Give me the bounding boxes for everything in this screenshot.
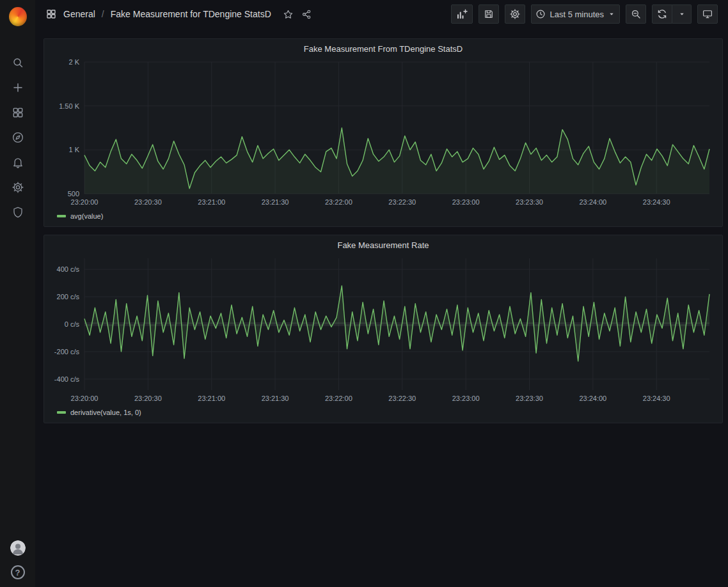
star-icon	[283, 9, 294, 20]
svg-text:23:22:00: 23:22:00	[325, 198, 352, 206]
help-icon: ?	[15, 568, 20, 577]
gear-icon	[509, 8, 521, 20]
sidebar-item-explore[interactable]	[5, 125, 31, 150]
top-navbar: General / Fake Measurement for TDengine …	[35, 0, 728, 28]
save-dashboard-button[interactable]	[479, 4, 499, 24]
sidebar-item-create[interactable]	[5, 75, 31, 100]
svg-text:23:20:30: 23:20:30	[134, 395, 162, 402]
avatar-icon	[10, 540, 26, 556]
explore-compass-icon	[12, 131, 24, 144]
svg-text:23:22:30: 23:22:30	[388, 395, 416, 402]
sidebar-item-search[interactable]	[5, 50, 31, 75]
svg-text:23:22:00: 23:22:00	[325, 395, 352, 402]
panel-fake-measurement-rate: Fake Measurement Rate 23:20:0023:20:3023…	[44, 235, 723, 423]
svg-text:-200 c/s: -200 c/s	[54, 348, 80, 356]
svg-text:23:24:30: 23:24:30	[643, 395, 670, 402]
gear-icon	[12, 181, 24, 194]
svg-text:500: 500	[68, 190, 79, 198]
svg-text:2 K: 2 K	[68, 58, 79, 66]
main-area: General / Fake Measurement for TDengine …	[35, 0, 728, 587]
plus-icon	[12, 81, 24, 94]
svg-text:23:21:00: 23:21:00	[198, 395, 225, 402]
svg-text:23:24:30: 23:24:30	[643, 198, 670, 206]
series-color-swatch	[57, 411, 66, 414]
svg-text:23:23:00: 23:23:00	[452, 198, 480, 206]
svg-text:23:23:00: 23:23:00	[452, 395, 480, 402]
share-dashboard-button[interactable]	[300, 8, 313, 21]
dashboard-settings-button[interactable]	[505, 4, 525, 24]
svg-text:1 K: 1 K	[68, 146, 79, 153]
dashboard-title[interactable]: Fake Measurement for TDengine StatsD	[111, 9, 271, 19]
apps-icon	[44, 7, 58, 21]
panel-title[interactable]: Fake Measurement Rate	[49, 238, 717, 253]
svg-text:23:21:00: 23:21:00	[198, 198, 225, 206]
user-avatar[interactable]	[10, 540, 26, 556]
svg-text:23:20:00: 23:20:00	[71, 395, 99, 402]
monitor-icon	[702, 8, 713, 20]
legend: avg(value)	[49, 210, 717, 222]
svg-text:200 c/s: 200 c/s	[57, 293, 80, 301]
help-button[interactable]: ?	[11, 565, 25, 579]
alerting-bell-icon	[12, 156, 24, 169]
sidebar-item-server-admin[interactable]	[5, 200, 31, 224]
svg-text:23:24:00: 23:24:00	[579, 198, 606, 206]
breadcrumb-section[interactable]: General	[63, 9, 95, 19]
svg-text:400 c/s: 400 c/s	[57, 265, 80, 273]
dashboards-icon	[12, 106, 24, 119]
time-picker[interactable]: Last 5 minutes	[531, 4, 620, 24]
dashboard-grid: Fake Measurement From TDengine StatsD 23…	[35, 28, 728, 436]
share-icon	[301, 9, 312, 20]
svg-text:23:21:30: 23:21:30	[262, 395, 289, 402]
breadcrumb-separator: /	[102, 9, 104, 19]
svg-text:23:23:30: 23:23:30	[516, 395, 543, 402]
zoom-out-icon	[630, 8, 642, 20]
svg-text:23:23:30: 23:23:30	[516, 198, 543, 206]
save-icon	[483, 8, 495, 20]
series-color-swatch	[57, 215, 66, 217]
zoom-out-button[interactable]	[626, 4, 646, 24]
svg-text:23:20:00: 23:20:00	[71, 198, 99, 206]
shield-icon	[12, 206, 24, 219]
time-series-graph-1[interactable]: 23:20:0023:20:3023:21:0023:21:3023:22:00…	[49, 57, 717, 210]
svg-text:0 c/s: 0 c/s	[65, 320, 80, 328]
time-range-label: Last 5 minutes	[550, 10, 604, 19]
sidebar-bottom: ?	[10, 540, 26, 579]
panel-fake-measurement: Fake Measurement From TDengine StatsD 23…	[44, 38, 723, 227]
cycle-view-mode-button[interactable]	[697, 4, 718, 24]
grafana-app: ? General / Fake Measurement for TDengin…	[0, 0, 728, 587]
legend-item-label[interactable]: derivative(value, 1s, 0)	[70, 409, 141, 416]
sidebar-nav	[5, 50, 31, 224]
svg-text:23:24:00: 23:24:00	[579, 395, 606, 402]
svg-text:-400 c/s: -400 c/s	[54, 375, 80, 383]
add-panel-icon	[455, 8, 468, 20]
chevron-down-icon	[678, 10, 686, 18]
grafana-logo[interactable]	[5, 4, 31, 29]
search-icon	[12, 56, 24, 69]
legend: derivative(value, 1s, 0)	[49, 407, 717, 418]
grafana-logo-icon	[9, 7, 27, 26]
time-series-graph-2[interactable]: 23:20:0023:20:3023:21:0023:21:3023:22:00…	[49, 253, 717, 407]
refresh-button-group	[652, 4, 692, 24]
star-dashboard-button[interactable]	[281, 8, 295, 21]
legend-item-label[interactable]: avg(value)	[70, 212, 103, 220]
svg-text:23:22:30: 23:22:30	[388, 198, 416, 206]
svg-text:1.50 K: 1.50 K	[59, 102, 79, 110]
panel-title[interactable]: Fake Measurement From TDengine StatsD	[49, 42, 717, 57]
clock-icon	[535, 9, 546, 19]
chevron-down-icon	[608, 10, 615, 18]
refresh-interval-dropdown[interactable]	[672, 4, 692, 24]
svg-text:23:21:30: 23:21:30	[262, 198, 289, 206]
sidebar-item-alerting[interactable]	[5, 150, 31, 175]
toolbar-right: Last 5 minutes	[451, 4, 718, 24]
sidebar-item-configuration[interactable]	[5, 175, 31, 200]
add-panel-button[interactable]	[451, 4, 473, 24]
refresh-icon	[656, 8, 668, 20]
sidebar-item-dashboards[interactable]	[5, 100, 31, 125]
sidebar: ?	[0, 0, 35, 587]
svg-text:23:20:30: 23:20:30	[134, 198, 162, 206]
refresh-button[interactable]	[652, 4, 672, 24]
